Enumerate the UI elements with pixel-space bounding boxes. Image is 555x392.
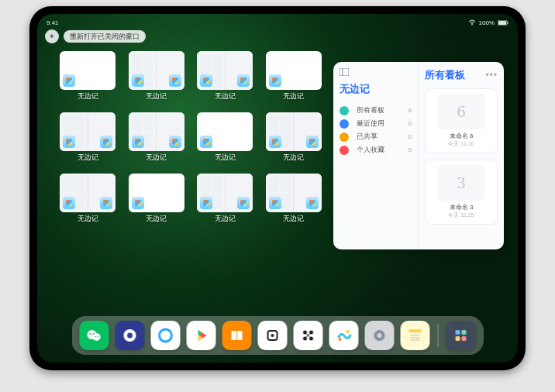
svg-rect-39 (462, 336, 467, 341)
board-card[interactable]: 6未命名 6今天 11:26 (425, 88, 498, 153)
panel-item-label: 最近使用 (357, 119, 404, 129)
window-thumb[interactable]: 无边记 (196, 112, 254, 163)
svg-point-9 (93, 333, 95, 335)
person-icon (340, 132, 349, 142)
window-thumb[interactable]: 无边记 (59, 112, 117, 163)
board-name: 未命名 3 (450, 203, 474, 211)
svg-point-10 (95, 336, 96, 338)
panel-item-label: 已共享 (357, 132, 404, 142)
freeform-icon (237, 74, 250, 87)
window-thumb[interactable]: 无边记 (265, 112, 323, 163)
svg-rect-32 (409, 329, 422, 332)
top-bar: + 重新打开已关闭的窗口 (45, 29, 146, 43)
window-thumb[interactable]: 无边记 (265, 51, 323, 101)
dock-wechat-icon[interactable] (80, 321, 109, 350)
window-thumb[interactable]: 无边记 (196, 51, 254, 101)
board-subtitle: 今天 11:26 (448, 140, 474, 148)
window-label: 无边记 (283, 214, 304, 224)
freeform-icon (63, 197, 75, 209)
window-thumb[interactable]: 无边记 (128, 174, 186, 224)
freeform-icon (269, 197, 281, 209)
svg-point-28 (339, 338, 342, 341)
window-thumb[interactable]: 无边记 (128, 51, 186, 101)
dock-books-icon[interactable] (222, 321, 252, 350)
panel-left: 无边记 所有看板8最近使用0已共享0个人收藏0 (333, 62, 419, 249)
dock-app-hex-icon[interactable] (294, 321, 323, 350)
sidebar-panel: 无边记 所有看板8最近使用0已共享0个人收藏0 所有看板 ••• 6未命名 6今… (333, 62, 504, 249)
panel-item[interactable]: 最近使用0 (340, 117, 412, 130)
svg-point-11 (97, 336, 98, 338)
panel-item[interactable]: 已共享0 (340, 130, 412, 143)
panel-item[interactable]: 所有看板8 (340, 104, 412, 117)
freeform-icon (200, 197, 212, 209)
svg-point-31 (377, 333, 382, 338)
window-thumb[interactable]: 无边记 (59, 174, 117, 224)
window-label: 无边记 (146, 153, 167, 163)
freeform-icon (132, 136, 144, 148)
freeform-icon (306, 197, 319, 209)
svg-rect-18 (232, 331, 237, 340)
freeform-icon (269, 136, 281, 148)
dock-qqbrowser-icon[interactable] (151, 321, 181, 350)
svg-rect-36 (456, 330, 460, 335)
panel-title: 无边记 (340, 82, 412, 96)
svg-rect-29 (346, 329, 350, 333)
board-preview: 6 (438, 94, 484, 129)
dock-freeform-icon[interactable] (329, 321, 359, 350)
board-name: 未命名 6 (450, 132, 474, 140)
panel-item-count: 0 (408, 146, 412, 153)
board-card[interactable]: 3未命名 3今天 11:25 (425, 160, 498, 225)
dock (72, 316, 484, 355)
freeform-icon (63, 136, 75, 148)
svg-rect-38 (456, 336, 460, 341)
battery-icon (498, 20, 508, 26)
freeform-icon (132, 74, 144, 87)
panel-right: 所有看板 ••• 6未命名 6今天 11:263未命名 3今天 11:25 (419, 62, 504, 249)
board-subtitle: 今天 11:25 (448, 211, 474, 219)
freeform-icon (269, 74, 281, 87)
ipad-frame: 9:41 100% + 重新打开已关闭的窗口 无边记无边记无边记无边记无边记无边… (29, 6, 526, 370)
window-thumb[interactable]: 无边记 (128, 112, 186, 163)
freeform-icon (100, 197, 112, 209)
svg-rect-19 (237, 331, 243, 340)
sidebar-toggle-icon[interactable] (340, 68, 349, 76)
panel-item-label: 个人收藏 (357, 145, 404, 155)
status-time: 9:41 (47, 19, 59, 26)
status-bar: 9:41 100% (37, 17, 518, 28)
clock-icon (340, 119, 349, 129)
window-label: 无边记 (78, 153, 98, 163)
reopen-closed-window-button[interactable]: 重新打开已关闭的窗口 (64, 30, 146, 43)
svg-point-8 (90, 333, 91, 335)
panel-item[interactable]: 个人收藏0 (340, 143, 412, 156)
dock-goodnotes-icon[interactable] (258, 321, 288, 350)
window-label: 无边记 (283, 91, 304, 101)
panel-item-count: 0 (408, 120, 412, 127)
window-thumb[interactable]: 无边记 (265, 174, 323, 224)
freeform-icon (200, 74, 212, 87)
dock-app-library-icon[interactable] (446, 321, 476, 350)
dock-separator (438, 324, 439, 347)
window-label: 无边记 (146, 91, 167, 101)
dock-quark-icon[interactable] (115, 321, 145, 350)
panel-right-title: 所有看板 (425, 68, 465, 82)
dock-settings-icon[interactable] (365, 321, 395, 350)
window-thumb[interactable]: 无边记 (196, 174, 254, 224)
dock-play-icon[interactable] (187, 321, 216, 350)
window-thumb[interactable]: 无边记 (59, 51, 117, 101)
heart-icon (340, 146, 349, 155)
window-label: 无边记 (215, 91, 236, 101)
svg-rect-37 (462, 330, 467, 335)
panel-item-count: 8 (408, 107, 412, 114)
add-button[interactable]: + (45, 29, 59, 43)
svg-rect-3 (508, 22, 508, 24)
battery-text: 100% (479, 19, 495, 26)
freeform-icon (132, 197, 144, 209)
more-icon[interactable]: ••• (485, 70, 498, 81)
circle-icon (340, 106, 349, 115)
window-label: 无边记 (215, 214, 236, 224)
freeform-icon (237, 197, 250, 209)
window-label: 无边记 (78, 91, 98, 101)
dock-notes-icon[interactable] (401, 321, 430, 350)
freeform-icon (306, 136, 319, 148)
window-label: 无边记 (215, 153, 236, 163)
